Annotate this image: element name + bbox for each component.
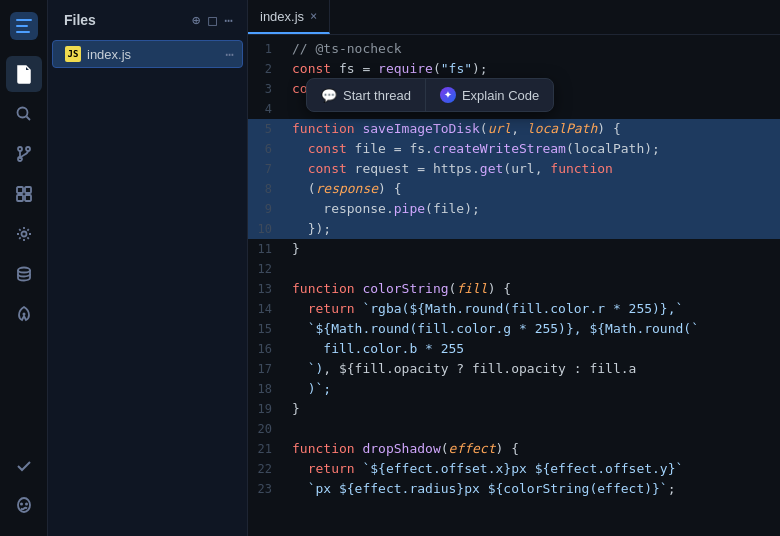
search-icon[interactable] bbox=[6, 96, 42, 132]
code-line: 19} bbox=[248, 399, 780, 419]
source-control-icon[interactable] bbox=[6, 136, 42, 172]
code-line: 15 `${Math.round(fill.color.g * 255)}, $… bbox=[248, 319, 780, 339]
code-line: 7 const request = https.get(url, functio… bbox=[248, 159, 780, 179]
activity-bar bbox=[0, 0, 48, 536]
code-line: 22 return `${effect.offset.x}px ${effect… bbox=[248, 459, 780, 479]
tab-label: index.js bbox=[260, 9, 304, 24]
files-icon[interactable] bbox=[6, 56, 42, 92]
svg-point-10 bbox=[18, 268, 30, 273]
sidebar-title: Files bbox=[64, 12, 96, 28]
line-number: 18 bbox=[248, 379, 288, 399]
line-number: 15 bbox=[248, 319, 288, 339]
line-content: }); bbox=[288, 219, 780, 239]
sidebar-header: Files ⊕ □ ⋯ bbox=[48, 0, 247, 40]
tab-index-js[interactable]: index.js × bbox=[248, 0, 330, 34]
file-name-label: index.js bbox=[87, 47, 220, 62]
activity-bar-top bbox=[6, 8, 42, 444]
tab-close-icon[interactable]: × bbox=[310, 9, 317, 23]
explain-code-button[interactable]: ✦ Explain Code bbox=[426, 79, 553, 111]
line-number: 2 bbox=[248, 59, 288, 79]
code-line: 14 return `rgba(${Math.round(fill.color.… bbox=[248, 299, 780, 319]
sidebar-add-icon[interactable]: ⊕ bbox=[190, 10, 202, 30]
svg-rect-8 bbox=[25, 195, 31, 201]
line-content: const fs = require("fs"); bbox=[288, 59, 780, 79]
editor-area: index.js × 💬 Start thread ✦ Explain Code… bbox=[248, 0, 780, 536]
line-content: `), ${fill.opacity ? fill.opacity : fill… bbox=[288, 359, 780, 379]
code-line: 9 response.pipe(file); bbox=[248, 199, 780, 219]
code-line: 10 }); bbox=[248, 219, 780, 239]
line-content: const file = fs.createWriteStream(localP… bbox=[288, 139, 780, 159]
alien-icon[interactable] bbox=[6, 488, 42, 524]
tab-bar: index.js × bbox=[248, 0, 780, 35]
line-content: return `${effect.offset.x}px ${effect.of… bbox=[288, 459, 780, 479]
code-line: 20 bbox=[248, 419, 780, 439]
file-item-index-js[interactable]: JS index.js ⋯ bbox=[52, 40, 243, 68]
svg-point-14 bbox=[25, 503, 28, 506]
line-content: function dropShadow(effect) { bbox=[288, 439, 780, 459]
line-number: 20 bbox=[248, 419, 288, 439]
code-line: 2const fs = require("fs"); bbox=[248, 59, 780, 79]
app-logo bbox=[6, 8, 42, 44]
line-content: )`; bbox=[288, 379, 780, 399]
line-content bbox=[288, 419, 780, 439]
code-line: 23 `px ${effect.radius}px ${colorString(… bbox=[248, 479, 780, 499]
line-number: 11 bbox=[248, 239, 288, 259]
line-content: fill.color.b * 255 bbox=[288, 339, 780, 359]
line-number: 12 bbox=[248, 259, 288, 279]
line-number: 9 bbox=[248, 199, 288, 219]
line-number: 16 bbox=[248, 339, 288, 359]
svg-point-1 bbox=[17, 108, 27, 118]
context-menu: 💬 Start thread ✦ Explain Code bbox=[306, 78, 554, 112]
code-line: 1// @ts-nocheck bbox=[248, 39, 780, 59]
line-number: 13 bbox=[248, 279, 288, 299]
line-number: 4 bbox=[248, 99, 288, 119]
file-more-icon[interactable]: ⋯ bbox=[226, 46, 234, 62]
line-number: 1 bbox=[248, 39, 288, 59]
line-number: 21 bbox=[248, 439, 288, 459]
code-line: 13function colorString(fill) { bbox=[248, 279, 780, 299]
activity-bar-bottom bbox=[6, 448, 42, 536]
code-line: 17 `), ${fill.opacity ? fill.opacity : f… bbox=[248, 359, 780, 379]
js-file-icon: JS bbox=[65, 46, 81, 62]
svg-point-2 bbox=[18, 147, 22, 151]
start-thread-button[interactable]: 💬 Start thread bbox=[307, 79, 426, 111]
line-number: 19 bbox=[248, 399, 288, 419]
line-content bbox=[288, 259, 780, 279]
sidebar-file-icon[interactable]: □ bbox=[206, 10, 218, 30]
code-line: 11} bbox=[248, 239, 780, 259]
svg-rect-5 bbox=[17, 187, 23, 193]
line-number: 14 bbox=[248, 299, 288, 319]
deploy-icon[interactable] bbox=[6, 296, 42, 332]
svg-point-9 bbox=[21, 232, 26, 237]
explain-code-label: Explain Code bbox=[462, 88, 539, 103]
code-line: 8 (response) { bbox=[248, 179, 780, 199]
code-line: 12 bbox=[248, 259, 780, 279]
line-number: 23 bbox=[248, 479, 288, 499]
sidebar: Files ⊕ □ ⋯ JS index.js ⋯ bbox=[48, 0, 248, 536]
line-content: } bbox=[288, 399, 780, 419]
svg-point-4 bbox=[26, 147, 30, 151]
line-number: 22 bbox=[248, 459, 288, 479]
line-number: 3 bbox=[248, 79, 288, 99]
line-number: 10 bbox=[248, 219, 288, 239]
svg-point-13 bbox=[20, 503, 23, 506]
sidebar-more-icon[interactable]: ⋯ bbox=[223, 10, 235, 30]
code-line: 21function dropShadow(effect) { bbox=[248, 439, 780, 459]
svg-point-11 bbox=[22, 313, 25, 316]
extensions-icon[interactable] bbox=[6, 176, 42, 212]
checkmark-icon[interactable] bbox=[6, 448, 42, 484]
start-thread-label: Start thread bbox=[343, 88, 411, 103]
line-content: // @ts-nocheck bbox=[288, 39, 780, 59]
thread-icon: 💬 bbox=[321, 88, 337, 103]
line-content: response.pipe(file); bbox=[288, 199, 780, 219]
code-line: 6 const file = fs.createWriteStream(loca… bbox=[248, 139, 780, 159]
database-icon[interactable] bbox=[6, 256, 42, 292]
line-content: function saveImageToDisk(url, localPath)… bbox=[288, 119, 780, 139]
line-content: function colorString(fill) { bbox=[288, 279, 780, 299]
line-number: 8 bbox=[248, 179, 288, 199]
line-content: (response) { bbox=[288, 179, 780, 199]
line-number: 7 bbox=[248, 159, 288, 179]
settings-icon[interactable] bbox=[6, 216, 42, 252]
svg-point-12 bbox=[18, 498, 30, 512]
code-line: 5function saveImageToDisk(url, localPath… bbox=[248, 119, 780, 139]
